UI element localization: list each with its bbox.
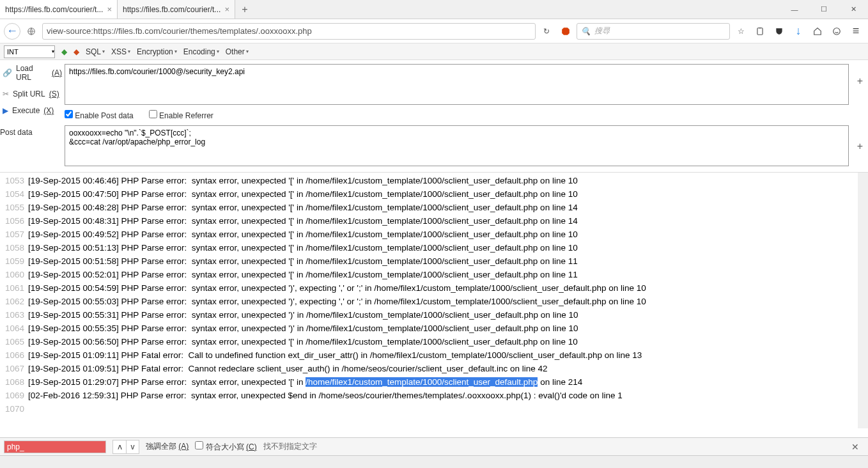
line-number: 1060: [4, 268, 28, 281]
execute-button[interactable]: ▶ Execute (X): [3, 106, 62, 115]
browser-tab-active[interactable]: https://files.fb.com/courier/t... ×: [0, 0, 118, 19]
source-line: 1069[02-Feb-2016 12:59:31] PHP Parse err…: [4, 389, 864, 402]
load-url-button[interactable]: 🔗 Load URL (A): [3, 64, 62, 82]
close-findbar-button[interactable]: ✕: [851, 442, 864, 452]
post-data-label: Post data: [0, 125, 65, 137]
close-icon[interactable]: ×: [107, 4, 112, 14]
find-input[interactable]: [4, 441, 106, 453]
source-line: 1067[19-Sep-2015 01:09:51] PHP Fatal err…: [4, 362, 864, 375]
search-box[interactable]: 🔍 搜尋: [577, 23, 730, 40]
line-text[interactable]: [19-Sep-2015 00:51:58] PHP Parse error: …: [28, 254, 864, 268]
link-icon: 🔗: [3, 68, 12, 77]
line-text[interactable]: [19-Sep-2015 00:47:50] PHP Parse error: …: [28, 187, 864, 201]
enable-referrer-checkbox[interactable]: Enable Referrer: [149, 110, 213, 120]
line-text[interactable]: [19-Sep-2015 00:46:46] PHP Parse error: …: [28, 174, 864, 187]
line-text[interactable]: [19-Sep-2015 00:55:35] PHP Parse error: …: [28, 322, 864, 335]
svg-point-3: [833, 27, 841, 35]
hackbar-menu: INT▾ ◆ ◆ SQL▾ XSS▾ Encryption▾ Encoding▾…: [0, 43, 868, 60]
maximize-icon[interactable]: ☐: [809, 0, 839, 19]
line-number: 1064: [4, 322, 28, 335]
search-icon: 🔍: [581, 27, 591, 36]
line-number: 1053: [4, 174, 28, 187]
line-number: 1069: [4, 389, 28, 402]
plus-icon[interactable]: ◆: [61, 47, 67, 56]
menu-icon[interactable]: ≡: [848, 23, 864, 40]
expand-icon[interactable]: +: [857, 141, 863, 152]
adblock-icon[interactable]: [557, 23, 574, 40]
find-next-button[interactable]: v: [126, 441, 139, 453]
line-text[interactable]: [19-Sep-2015 01:09:11] PHP Fatal error: …: [28, 348, 864, 362]
source-line: 1070: [4, 402, 864, 416]
match-case-checkbox[interactable]: 符合大小寫 (C): [195, 441, 256, 453]
line-number: 1061: [4, 281, 28, 295]
close-icon[interactable]: ×: [224, 4, 229, 14]
source-line: 1063[19-Sep-2015 00:55:31] PHP Parse err…: [4, 308, 864, 322]
line-number: 1062: [4, 295, 28, 308]
url-text: view-source:https://files.fb.com/courier…: [47, 26, 531, 36]
new-tab-button[interactable]: +: [235, 0, 254, 19]
source-line: 1064[19-Sep-2015 00:55:35] PHP Parse err…: [4, 322, 864, 335]
bookmark-icon[interactable]: ☆: [732, 23, 749, 40]
line-text[interactable]: [19-Sep-2015 00:51:13] PHP Parse error: …: [28, 241, 864, 254]
source-line: 1053[19-Sep-2015 00:46:46] PHP Parse err…: [4, 174, 864, 187]
expand-icon[interactable]: +: [857, 75, 863, 87]
find-bar: ʌ v 強調全部 (A) 符合大小寫 (C) 找不到指定文字 ✕: [0, 437, 868, 455]
globe-icon: [23, 23, 40, 40]
highlight-all-button[interactable]: 強調全部 (A): [146, 441, 189, 452]
scrollbar[interactable]: [858, 173, 868, 428]
line-text[interactable]: [19-Sep-2015 00:55:03] PHP Parse error: …: [28, 295, 864, 308]
menu-encryption[interactable]: Encryption▾: [137, 47, 177, 56]
line-text[interactable]: [19-Sep-2015 00:52:01] PHP Parse error: …: [28, 268, 864, 281]
line-number: 1065: [4, 335, 28, 348]
find-prev-button[interactable]: ʌ: [113, 441, 126, 453]
line-text[interactable]: [19-Sep-2015 01:29:07] PHP Parse error: …: [28, 375, 864, 389]
home-icon[interactable]: [809, 23, 826, 40]
minimize-icon[interactable]: —: [780, 0, 809, 19]
source-line: 1060[19-Sep-2015 00:52:01] PHP Parse err…: [4, 268, 864, 281]
line-number: 1063: [4, 308, 28, 322]
line-text[interactable]: [19-Sep-2015 00:56:50] PHP Parse error: …: [28, 335, 864, 348]
line-text[interactable]: [19-Sep-2015 01:09:51] PHP Fatal error: …: [28, 362, 864, 375]
line-number: 1055: [4, 201, 28, 214]
line-text[interactable]: [19-Sep-2015 00:54:59] PHP Parse error: …: [28, 281, 864, 295]
url-textarea[interactable]: [65, 64, 849, 105]
enable-post-checkbox[interactable]: Enable Post data: [65, 110, 134, 120]
hackbar-main: 🔗 Load URL (A) ✂ Split URL (S) ▶ Execute…: [0, 60, 868, 173]
encoding-select[interactable]: INT▾: [4, 45, 55, 58]
tab-title: https://files.fb.com/courier/t...: [5, 5, 103, 14]
menu-other[interactable]: Other▾: [226, 47, 249, 56]
line-text[interactable]: [19-Sep-2015 00:49:52] PHP Parse error: …: [28, 228, 864, 241]
clipboard-icon[interactable]: [752, 23, 768, 40]
hackbar-inputs: + Enable Post data Enable Referrer Post …: [65, 60, 868, 172]
smile-icon[interactable]: [828, 23, 845, 40]
source-line: 1068[19-Sep-2015 01:29:07] PHP Parse err…: [4, 375, 864, 389]
menu-sql[interactable]: SQL▾: [86, 47, 105, 56]
line-text[interactable]: [19-Sep-2015 00:48:28] PHP Parse error: …: [28, 201, 864, 214]
source-line: 1054[19-Sep-2015 00:47:50] PHP Parse err…: [4, 187, 864, 201]
line-text[interactable]: [19-Sep-2015 00:48:31] PHP Parse error: …: [28, 214, 864, 228]
split-url-button[interactable]: ✂ Split URL (S): [3, 90, 62, 98]
tab-title: https://files.fb.com/courier/t...: [123, 5, 221, 14]
pocket-icon[interactable]: [771, 23, 787, 40]
line-text[interactable]: [28, 402, 864, 416]
browser-tab[interactable]: https://files.fb.com/courier/t... ×: [118, 0, 235, 19]
source-line: 1059[19-Sep-2015 00:51:58] PHP Parse err…: [4, 254, 864, 268]
url-bar[interactable]: view-source:https://files.fb.com/courier…: [42, 23, 536, 40]
source-line: 1065[19-Sep-2015 00:56:50] PHP Parse err…: [4, 335, 864, 348]
line-number: 1059: [4, 254, 28, 268]
scissors-icon: ✂: [3, 90, 9, 98]
back-button[interactable]: ←: [4, 23, 20, 40]
source-view[interactable]: 1053[19-Sep-2015 00:46:46] PHP Parse err…: [0, 173, 868, 428]
close-window-icon[interactable]: ✕: [839, 0, 868, 19]
menu-xss[interactable]: XSS▾: [111, 47, 130, 56]
minus-icon[interactable]: ◆: [74, 47, 79, 56]
line-text[interactable]: [19-Sep-2015 00:55:31] PHP Parse error: …: [28, 308, 864, 322]
menu-encoding[interactable]: Encoding▾: [183, 47, 219, 56]
post-data-textarea[interactable]: [65, 125, 849, 166]
source-line: 1061[19-Sep-2015 00:54:59] PHP Parse err…: [4, 281, 864, 295]
reload-button[interactable]: ↻: [538, 23, 555, 40]
line-text[interactable]: [02-Feb-2016 12:59:31] PHP Parse error: …: [28, 389, 864, 402]
download-icon[interactable]: ↓: [790, 23, 807, 40]
source-line: 1057[19-Sep-2015 00:49:52] PHP Parse err…: [4, 228, 864, 241]
line-number: 1058: [4, 241, 28, 254]
